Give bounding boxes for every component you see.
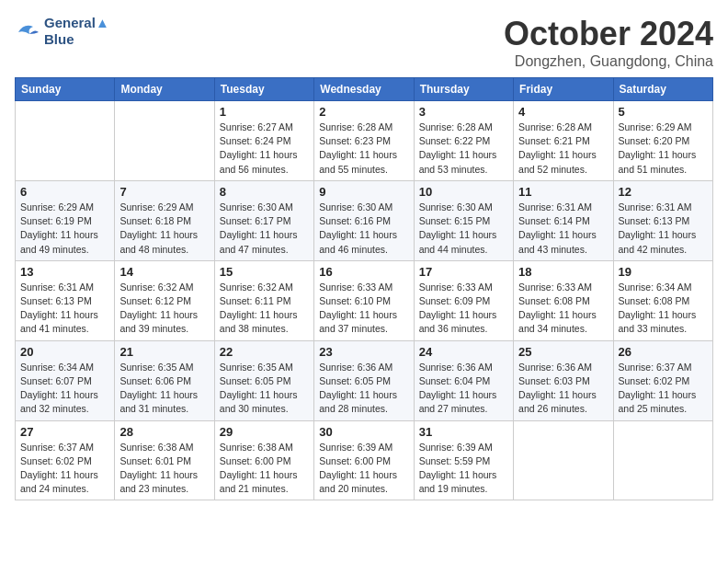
day-number: 30: [319, 425, 408, 439]
day-cell: 8Sunrise: 6:30 AM Sunset: 6:17 PM Daylig…: [214, 180, 313, 260]
weekday-header-saturday: Saturday: [613, 78, 712, 101]
day-cell: 26Sunrise: 6:37 AM Sunset: 6:02 PM Dayli…: [613, 340, 712, 420]
day-number: 17: [419, 265, 508, 279]
weekday-header-row: SundayMondayTuesdayWednesdayThursdayFrid…: [16, 78, 713, 101]
logo-text: General▲ Blue: [44, 15, 109, 48]
day-info: Sunrise: 6:30 AM Sunset: 6:15 PM Dayligh…: [419, 201, 508, 257]
day-cell: 7Sunrise: 6:29 AM Sunset: 6:18 PM Daylig…: [115, 180, 214, 260]
day-number: 19: [619, 265, 708, 279]
day-cell: [514, 420, 613, 500]
day-info: Sunrise: 6:39 AM Sunset: 5:59 PM Dayligh…: [419, 441, 508, 497]
day-number: 7: [119, 185, 209, 199]
day-cell: 1Sunrise: 6:27 AM Sunset: 6:24 PM Daylig…: [214, 101, 313, 181]
weekday-header-tuesday: Tuesday: [214, 78, 313, 101]
day-cell: 31Sunrise: 6:39 AM Sunset: 5:59 PM Dayli…: [414, 420, 513, 500]
day-cell: 14Sunrise: 6:32 AM Sunset: 6:12 PM Dayli…: [115, 260, 214, 340]
day-cell: 30Sunrise: 6:39 AM Sunset: 6:00 PM Dayli…: [314, 420, 414, 500]
day-info: Sunrise: 6:31 AM Sunset: 6:14 PM Dayligh…: [518, 201, 608, 257]
day-number: 18: [518, 265, 608, 279]
week-row-2: 6Sunrise: 6:29 AM Sunset: 6:19 PM Daylig…: [16, 180, 713, 260]
day-number: 25: [518, 345, 608, 359]
day-info: Sunrise: 6:29 AM Sunset: 6:19 PM Dayligh…: [20, 201, 109, 257]
day-info: Sunrise: 6:37 AM Sunset: 6:02 PM Dayligh…: [619, 361, 708, 417]
day-info: Sunrise: 6:38 AM Sunset: 6:00 PM Dayligh…: [220, 441, 309, 497]
day-info: Sunrise: 6:32 AM Sunset: 6:11 PM Dayligh…: [220, 281, 309, 337]
day-info: Sunrise: 6:32 AM Sunset: 6:12 PM Dayligh…: [119, 281, 209, 337]
day-cell: [613, 420, 712, 500]
day-cell: 11Sunrise: 6:31 AM Sunset: 6:14 PM Dayli…: [514, 180, 613, 260]
day-number: 8: [220, 185, 309, 199]
day-cell: 25Sunrise: 6:36 AM Sunset: 6:03 PM Dayli…: [514, 340, 613, 420]
day-info: Sunrise: 6:30 AM Sunset: 6:17 PM Dayligh…: [220, 201, 309, 257]
day-info: Sunrise: 6:33 AM Sunset: 6:09 PM Dayligh…: [419, 281, 508, 337]
day-cell: 5Sunrise: 6:29 AM Sunset: 6:20 PM Daylig…: [613, 101, 712, 181]
month-title: October 2024: [504, 15, 713, 53]
day-info: Sunrise: 6:34 AM Sunset: 6:07 PM Dayligh…: [20, 361, 109, 417]
day-cell: [16, 101, 115, 181]
day-info: Sunrise: 6:28 AM Sunset: 6:21 PM Dayligh…: [518, 121, 608, 177]
logo: General▲ Blue: [15, 15, 109, 48]
day-info: Sunrise: 6:38 AM Sunset: 6:01 PM Dayligh…: [119, 441, 209, 497]
day-number: 3: [419, 105, 508, 119]
day-cell: 9Sunrise: 6:30 AM Sunset: 6:16 PM Daylig…: [314, 180, 414, 260]
day-info: Sunrise: 6:27 AM Sunset: 6:24 PM Dayligh…: [220, 121, 309, 177]
day-number: 2: [319, 105, 408, 119]
day-cell: 4Sunrise: 6:28 AM Sunset: 6:21 PM Daylig…: [514, 101, 613, 181]
weekday-header-sunday: Sunday: [16, 78, 115, 101]
day-number: 31: [419, 425, 508, 439]
day-info: Sunrise: 6:29 AM Sunset: 6:18 PM Dayligh…: [119, 201, 209, 257]
day-cell: 21Sunrise: 6:35 AM Sunset: 6:06 PM Dayli…: [115, 340, 214, 420]
day-info: Sunrise: 6:36 AM Sunset: 6:04 PM Dayligh…: [419, 361, 508, 417]
day-cell: 3Sunrise: 6:28 AM Sunset: 6:22 PM Daylig…: [414, 101, 513, 181]
day-info: Sunrise: 6:35 AM Sunset: 6:06 PM Dayligh…: [119, 361, 209, 417]
calendar-table: SundayMondayTuesdayWednesdayThursdayFrid…: [15, 77, 713, 500]
day-number: 4: [518, 105, 608, 119]
day-info: Sunrise: 6:36 AM Sunset: 6:03 PM Dayligh…: [518, 361, 608, 417]
day-number: 15: [220, 265, 309, 279]
day-cell: 13Sunrise: 6:31 AM Sunset: 6:13 PM Dayli…: [16, 260, 115, 340]
day-cell: 22Sunrise: 6:35 AM Sunset: 6:05 PM Dayli…: [214, 340, 313, 420]
day-cell: 24Sunrise: 6:36 AM Sunset: 6:04 PM Dayli…: [414, 340, 513, 420]
day-info: Sunrise: 6:36 AM Sunset: 6:05 PM Dayligh…: [319, 361, 408, 417]
day-info: Sunrise: 6:37 AM Sunset: 6:02 PM Dayligh…: [20, 441, 109, 497]
day-number: 10: [419, 185, 508, 199]
day-info: Sunrise: 6:35 AM Sunset: 6:05 PM Dayligh…: [220, 361, 309, 417]
day-cell: 12Sunrise: 6:31 AM Sunset: 6:13 PM Dayli…: [613, 180, 712, 260]
day-number: 5: [619, 105, 708, 119]
logo-icon: [15, 21, 40, 41]
day-cell: 15Sunrise: 6:32 AM Sunset: 6:11 PM Dayli…: [214, 260, 313, 340]
day-number: 26: [619, 345, 708, 359]
week-row-4: 20Sunrise: 6:34 AM Sunset: 6:07 PM Dayli…: [16, 340, 713, 420]
day-number: 9: [319, 185, 408, 199]
day-cell: [115, 101, 214, 181]
day-number: 16: [319, 265, 408, 279]
day-number: 11: [518, 185, 608, 199]
title-block: October 2024 Dongzhen, Guangdong, China: [504, 15, 713, 70]
day-info: Sunrise: 6:30 AM Sunset: 6:16 PM Dayligh…: [319, 201, 408, 257]
day-info: Sunrise: 6:31 AM Sunset: 6:13 PM Dayligh…: [619, 201, 708, 257]
day-number: 28: [119, 425, 209, 439]
week-row-5: 27Sunrise: 6:37 AM Sunset: 6:02 PM Dayli…: [16, 420, 713, 500]
day-number: 29: [220, 425, 309, 439]
day-number: 13: [20, 265, 109, 279]
day-cell: 23Sunrise: 6:36 AM Sunset: 6:05 PM Dayli…: [314, 340, 414, 420]
location: Dongzhen, Guangdong, China: [504, 53, 713, 70]
day-cell: 20Sunrise: 6:34 AM Sunset: 6:07 PM Dayli…: [16, 340, 115, 420]
day-info: Sunrise: 6:31 AM Sunset: 6:13 PM Dayligh…: [20, 281, 109, 337]
weekday-header-friday: Friday: [514, 78, 613, 101]
day-info: Sunrise: 6:28 AM Sunset: 6:22 PM Dayligh…: [419, 121, 508, 177]
weekday-header-monday: Monday: [115, 78, 214, 101]
weekday-header-wednesday: Wednesday: [314, 78, 414, 101]
weekday-header-thursday: Thursday: [414, 78, 513, 101]
day-number: 23: [319, 345, 408, 359]
day-number: 21: [119, 345, 209, 359]
day-info: Sunrise: 6:33 AM Sunset: 6:08 PM Dayligh…: [518, 281, 608, 337]
day-cell: 19Sunrise: 6:34 AM Sunset: 6:08 PM Dayli…: [613, 260, 712, 340]
day-info: Sunrise: 6:39 AM Sunset: 6:00 PM Dayligh…: [319, 441, 408, 497]
day-info: Sunrise: 6:33 AM Sunset: 6:10 PM Dayligh…: [319, 281, 408, 337]
day-cell: 2Sunrise: 6:28 AM Sunset: 6:23 PM Daylig…: [314, 101, 414, 181]
day-number: 14: [119, 265, 209, 279]
day-cell: 18Sunrise: 6:33 AM Sunset: 6:08 PM Dayli…: [514, 260, 613, 340]
day-cell: 17Sunrise: 6:33 AM Sunset: 6:09 PM Dayli…: [414, 260, 513, 340]
day-number: 1: [220, 105, 309, 119]
